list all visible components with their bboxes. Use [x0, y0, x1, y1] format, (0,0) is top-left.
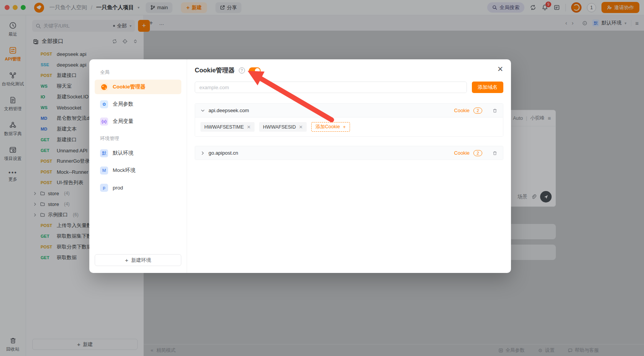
domain-row[interactable]: go.apipost.cn Cookie 2: [195, 146, 503, 160]
new-environment-label: 新建环境: [131, 257, 151, 264]
domain-group: api.deepseek.com Cookie 2 HWWAFSESTIME ✕…: [195, 103, 503, 137]
help-icon[interactable]: ?: [239, 67, 245, 73]
env-badge: 默: [100, 149, 108, 157]
cookie-chip[interactable]: HWWAFSESID ✕: [259, 122, 307, 132]
cookie-count-badge: 2: [473, 108, 482, 114]
section-environments: 环境管理: [100, 136, 181, 142]
global-params-icon: ✿: [100, 100, 108, 108]
chevron-right-icon[interactable]: [200, 151, 205, 155]
env-label: Mock环境: [113, 167, 135, 174]
env-badge: p: [100, 184, 108, 192]
cookie-name: HWWAFSESID: [263, 124, 296, 130]
add-cookie-button[interactable]: 添加Cookie +: [311, 122, 350, 132]
plus-icon: +: [343, 124, 346, 130]
env-badge: M: [100, 167, 108, 175]
menu-item-global-vars[interactable]: {x} 全局变量: [95, 114, 181, 129]
cookie-count-label: Cookie: [454, 108, 470, 113]
modal-sidebar: 全局 Cookie管理器 ✿ 全局参数 {x} 全局变量 环境管理 默 默认环境…: [89, 59, 187, 273]
env-item-mock[interactable]: M Mock环境: [95, 163, 181, 178]
menu-item-global-params[interactable]: ✿ 全局参数: [95, 97, 181, 111]
domain-row[interactable]: api.deepseek.com Cookie 2: [195, 104, 503, 117]
domain-name: go.apipost.cn: [209, 150, 238, 156]
new-environment-button[interactable]: + 新建环境: [95, 254, 181, 266]
menu-item-cookie-manager[interactable]: Cookie管理器: [95, 80, 181, 94]
modal-content: Cookie管理器 ? ✕ 添加域名 api.deepseek.com Cook…: [187, 59, 511, 273]
modal-title: Cookie管理器: [195, 66, 235, 75]
chevron-down-icon[interactable]: [200, 108, 205, 113]
remove-cookie-icon[interactable]: ✕: [299, 124, 303, 130]
domain-input[interactable]: [195, 82, 467, 93]
domain-group: go.apipost.cn Cookie 2: [195, 146, 503, 160]
cookie-manager-modal: 全局 Cookie管理器 ✿ 全局参数 {x} 全局变量 环境管理 默 默认环境…: [89, 59, 511, 273]
plus-icon: +: [125, 257, 128, 263]
cookie-list: HWWAFSESTIME ✕ HWWAFSESID ✕ 添加Cookie +: [195, 117, 503, 136]
cookie-chip[interactable]: HWWAFSESTIME ✕: [200, 122, 255, 132]
cookie-manager-toggle[interactable]: [249, 67, 261, 74]
env-label: 默认环境: [113, 150, 133, 157]
cookie-icon: [100, 83, 108, 91]
add-domain-button[interactable]: 添加域名: [472, 82, 503, 93]
cookie-name: HWWAFSESTIME: [204, 124, 244, 130]
section-global: 全局: [100, 69, 181, 76]
delete-domain-icon[interactable]: [492, 108, 498, 113]
menu-label: 全局变量: [113, 118, 133, 125]
env-item-prod[interactable]: p prod: [95, 180, 181, 195]
menu-label: Cookie管理器: [113, 83, 146, 90]
close-icon[interactable]: ✕: [497, 65, 503, 73]
delete-domain-icon[interactable]: [492, 150, 498, 156]
menu-label: 全局参数: [113, 101, 133, 108]
remove-cookie-icon[interactable]: ✕: [247, 124, 251, 130]
global-vars-icon: {x}: [100, 118, 108, 126]
domain-name: api.deepseek.com: [209, 108, 249, 113]
add-cookie-label: 添加Cookie: [315, 124, 340, 130]
cookie-count-badge: 2: [473, 150, 482, 156]
cookie-count-label: Cookie: [454, 150, 470, 156]
env-item-default[interactable]: 默 默认环境: [95, 146, 181, 160]
env-label: prod: [113, 185, 123, 191]
